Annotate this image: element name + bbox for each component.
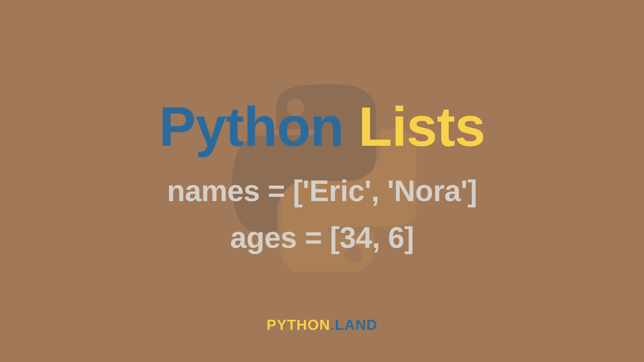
brand-dot: . (330, 316, 335, 333)
code-example-line-1: names = ['Eric', 'Nora'] (0, 174, 644, 208)
code-example-line-2: ages = [34, 6] (0, 220, 644, 255)
page-title: Python Lists (0, 95, 644, 159)
main-content: Python Lists names = ['Eric', 'Nora'] ag… (0, 95, 644, 267)
brand-footer: PYTHON.LAND (267, 316, 378, 333)
title-word-python: Python (159, 96, 344, 158)
brand-word-land: LAND (335, 316, 377, 333)
brand-word-python: PYTHON (267, 316, 331, 333)
title-word-lists: Lists (358, 96, 485, 158)
